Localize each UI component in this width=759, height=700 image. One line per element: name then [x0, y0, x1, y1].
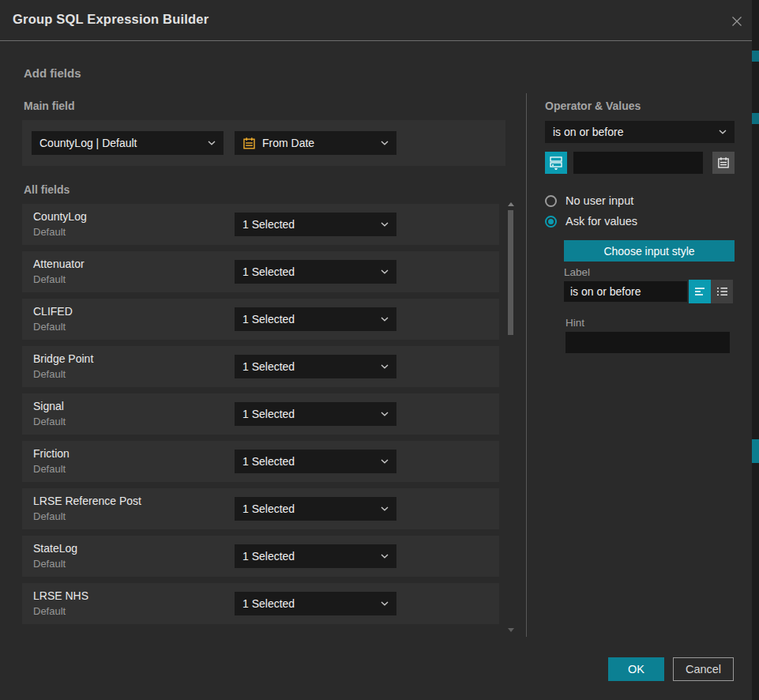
layer-dropdown-value: CountyLog | Default: [39, 137, 203, 149]
background-accent-fragment: [752, 439, 759, 463]
field-selected-dropdown[interactable]: 1 Selected: [235, 260, 396, 284]
chevron-down-icon: [381, 269, 389, 274]
date-picker-button[interactable]: [712, 152, 735, 174]
value-input[interactable]: [573, 152, 703, 174]
close-icon: [731, 15, 743, 28]
chevron-down-icon: [381, 554, 389, 559]
single-line-style-button[interactable]: [689, 280, 711, 303]
field-row: CountyLog Default 1 Selected: [22, 204, 499, 245]
selected-count: 1 Selected: [242, 502, 376, 515]
background-accent-fragment: [752, 113, 759, 124]
selected-count: 1 Selected: [242, 360, 376, 373]
scroll-down-arrow-icon[interactable]: [508, 628, 514, 632]
main-field-dropdown[interactable]: From Date: [235, 131, 396, 155]
label-caption: Label: [564, 266, 590, 278]
field-selected-dropdown[interactable]: 1 Selected: [235, 307, 396, 331]
field-name: CountyLog: [33, 210, 87, 223]
main-field-dropdown-value: From Date: [262, 137, 370, 149]
choose-input-style-button[interactable]: Choose input style: [564, 240, 735, 262]
field-row: LRSE Reference Post Default 1 Selected: [22, 488, 499, 529]
chevron-down-icon: [381, 506, 389, 511]
close-button[interactable]: [730, 14, 743, 28]
hint-caption: Hint: [565, 317, 584, 329]
field-name: Attenuator: [33, 258, 85, 270]
operator-dropdown-value: is on or before: [553, 126, 714, 138]
field-row: Signal Default 1 Selected: [22, 393, 499, 435]
chevron-down-icon: [381, 412, 389, 416]
value-input-row: [545, 152, 735, 174]
list-style-button[interactable]: [711, 280, 733, 303]
selected-count: 1 Selected: [242, 408, 376, 420]
field-name: Signal: [33, 400, 64, 412]
all-fields-list: CountyLog Default 1 Selected Attenuator …: [22, 204, 499, 630]
field-selected-dropdown[interactable]: 1 Selected: [235, 544, 396, 568]
field-row: LRSE NHS Default 1 Selected: [22, 583, 499, 624]
field-subtitle: Default: [33, 463, 66, 475]
field-selected-dropdown[interactable]: 1 Selected: [235, 450, 396, 473]
unique-values-icon: [549, 156, 563, 170]
selected-count: 1 Selected: [242, 265, 376, 278]
align-left-icon: [694, 286, 706, 297]
field-selected-dropdown[interactable]: 1 Selected: [235, 402, 396, 426]
radio-checked-icon: [545, 216, 557, 228]
selected-count: 1 Selected: [242, 313, 376, 326]
scrollbar-thumb[interactable]: [508, 210, 513, 335]
field-subtitle: Default: [33, 558, 66, 570]
no-user-input-label: No user input: [565, 194, 633, 207]
field-name: Bridge Point: [33, 352, 93, 365]
field-row: Attenuator Default 1 Selected: [22, 251, 499, 292]
calendar-icon: [242, 137, 256, 150]
background-accent-fragment: [752, 51, 759, 62]
field-subtitle: Default: [33, 226, 66, 238]
layer-dropdown[interactable]: CountyLog | Default: [32, 131, 224, 155]
field-name: StateLog: [33, 542, 77, 555]
scroll-up-arrow-icon[interactable]: [508, 202, 514, 206]
field-subtitle: Default: [33, 510, 66, 522]
field-selected-dropdown[interactable]: 1 Selected: [235, 213, 396, 236]
dialog-title: Group SQL Expression Builder: [13, 12, 209, 27]
chevron-down-icon: [381, 222, 389, 227]
field-row: Bridge Point Default 1 Selected: [22, 346, 499, 387]
ask-for-values-label: Ask for values: [565, 215, 637, 228]
field-name: Friction: [33, 447, 70, 460]
main-field-panel: CountyLog | Default From Date: [22, 120, 505, 166]
no-user-input-radio[interactable]: No user input: [545, 194, 633, 208]
unique-values-button[interactable]: [545, 152, 567, 174]
ok-button[interactable]: OK: [608, 657, 664, 681]
field-selected-dropdown[interactable]: 1 Selected: [235, 592, 396, 615]
field-subtitle: Default: [33, 273, 66, 285]
selected-count: 1 Selected: [242, 455, 376, 468]
selected-count: 1 Selected: [242, 550, 376, 563]
field-selected-dropdown[interactable]: 1 Selected: [235, 355, 396, 378]
field-row: Friction Default 1 Selected: [22, 441, 499, 482]
dialog-header: Group SQL Expression Builder: [0, 0, 752, 41]
group-sql-expression-builder-dialog: Group SQL Expression Builder Add fields …: [0, 0, 759, 700]
field-name: LRSE Reference Post: [33, 495, 141, 507]
operator-dropdown[interactable]: is on or before: [545, 121, 735, 143]
chevron-down-icon: [381, 364, 389, 369]
field-subtitle: Default: [33, 321, 66, 333]
field-row: CLIFED Default 1 Selected: [22, 299, 499, 340]
bullet-list-icon: [716, 286, 728, 297]
field-row: StateLog Default 1 Selected: [22, 536, 499, 577]
field-subtitle: Default: [33, 416, 66, 427]
field-selected-dropdown[interactable]: 1 Selected: [235, 497, 396, 521]
field-subtitle: Default: [33, 368, 66, 380]
ask-for-values-radio[interactable]: Ask for values: [545, 214, 637, 228]
field-name: LRSE NHS: [33, 589, 88, 602]
field-subtitle: Default: [33, 605, 66, 617]
hint-input[interactable]: [565, 332, 730, 353]
operator-values-heading: Operator & Values: [545, 100, 641, 112]
all-fields-heading: All fields: [24, 183, 70, 196]
chevron-down-icon: [381, 317, 389, 322]
selected-count: 1 Selected: [242, 218, 376, 231]
input-style-toggle-group: [689, 280, 733, 303]
main-field-heading: Main field: [24, 100, 75, 112]
list-scrollbar[interactable]: [507, 201, 515, 634]
chevron-down-icon: [381, 459, 389, 464]
field-name: CLIFED: [33, 305, 73, 318]
cancel-button[interactable]: Cancel: [673, 657, 734, 681]
add-fields-heading: Add fields: [24, 66, 81, 80]
label-input[interactable]: [564, 281, 687, 302]
chevron-down-icon: [381, 141, 389, 145]
